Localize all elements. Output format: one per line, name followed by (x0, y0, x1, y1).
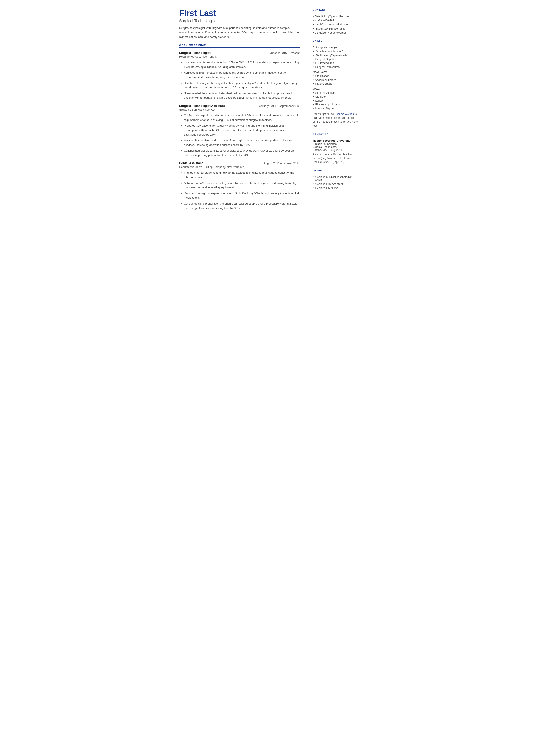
edu-location: Boston, MA — July 2011 (313, 149, 358, 152)
resume-worded-link[interactable]: Resume Worded (335, 113, 354, 116)
contact-item-1: +1-234-456-789 (313, 19, 358, 22)
bullet-2-3: Assisted in scrubbing and circulating 51… (184, 138, 300, 147)
skill-hard-1: Vascular Surgery (313, 78, 358, 81)
edu-field: Surgical Technology (313, 146, 358, 149)
tool-4: Medical Stapler (313, 107, 358, 110)
edu-awards: Awards: Resume Worded Teaching Fellow (o… (313, 153, 358, 164)
other-item-0: Certified Surgical Technologist (ARRT) (313, 176, 358, 182)
job-dates-2: February 2014 – September 2016 (258, 104, 299, 107)
tool-3: Electrosurgical Laser (313, 103, 358, 106)
industry-knowledge-list: Anesthesia (Advanced) Sterilization (Exp… (313, 50, 358, 69)
bullet-1-3: Boosted efficiency of the surgical techn… (184, 81, 300, 90)
candidate-summary: Surgical technologist with 10 years of e… (179, 26, 300, 39)
bullet-1-2: Achieved a 60% increase in patient safet… (184, 71, 300, 80)
candidate-title: Surgical Technologist (179, 19, 300, 23)
tools-list: Surgical Vaccum Sterilizer Lancet Electr… (313, 91, 358, 110)
job-title-2: Surgical Technologist Assistant (179, 104, 225, 107)
candidate-name: First Last (179, 9, 300, 18)
job-dates-1: October 2016 – Present (270, 51, 299, 55)
skill-industry-1: Sterilization (Experienced) (313, 54, 358, 57)
job-bullets-3: Trained 6 dental students and new dental… (179, 171, 300, 210)
job-header-3: Dental Assistant August 2011 – January 2… (179, 161, 300, 165)
contact-item-4: github.com/resumeworded (313, 31, 358, 34)
bullet-3-1: Trained 6 dental students and new dental… (184, 171, 300, 180)
other-item-1: Certified First Assistant (313, 182, 358, 185)
tool-1: Sterilizer (313, 95, 358, 98)
job-header-2: Surgical Technologist Assistant February… (179, 104, 300, 107)
hard-skills-list: Sterilization Vascular Surgery Patient S… (313, 74, 358, 85)
skill-hard-0: Sterilization (313, 74, 358, 78)
contact-item-2: email@resumeworded.com (313, 23, 358, 26)
education-section-title: EDUCATION (313, 133, 358, 136)
bullet-2-4: Collaborated closely with 12 other assis… (184, 149, 300, 157)
tools-label: Tools: (313, 87, 358, 90)
skill-industry-3: OR Procedures (313, 62, 358, 65)
job-bullets-1: Improved hospital survival rate from 15%… (179, 60, 300, 100)
tool-0: Surgical Vaccum (313, 91, 358, 95)
contact-item-0: Detroit, MI (Open to Remote) (313, 15, 358, 18)
skills-section-title: SKILLS (313, 40, 358, 43)
skills-section: Industry Knowledge: Anesthesia (Advanced… (313, 46, 358, 127)
other-item-2: Certified OR Nurse (313, 187, 358, 190)
edu-degree: Bachelor of Science (313, 142, 358, 146)
resume-worded-note: Don't forget to use Resume Worded to sca… (313, 112, 358, 127)
job-dates-3: August 2011 – January 2014 (264, 162, 299, 165)
bullet-2-2: Prepared 35+ patients for surgery weekly… (184, 124, 300, 137)
skill-industry-4: Surgical Procedures (313, 66, 358, 69)
job-header-1: Surgical Technologist October 2016 – Pre… (179, 51, 300, 55)
bullet-2-1: Configured surgical operating equipment … (184, 113, 300, 123)
job-company-1: Resume Worded, New York, NY (179, 55, 300, 58)
other-section-title: OTHER (313, 169, 358, 173)
bullet-1-1: Improved hospital survival rate from 15%… (184, 60, 300, 70)
industry-knowledge-label: Industry Knowledge: (313, 46, 358, 49)
hard-skills-label: Hard Skills: (313, 70, 358, 73)
skill-hard-2: Patient Satefy (313, 82, 358, 85)
contact-section-title: CONTACT (313, 9, 358, 12)
job-bullets-2: Configured surgical operating equipment … (179, 113, 300, 157)
work-experience-section: Surgical Technologist October 2016 – Pre… (179, 51, 300, 210)
note-prefix: Don't forget to use (313, 113, 335, 116)
job-company-3: Resume Worded's Exciting Company, New Yo… (179, 165, 300, 169)
education-section: Resume Worded University Bachelor of Sci… (313, 139, 358, 164)
tool-2: Lancet (313, 99, 358, 102)
bullet-3-4: Conducted clinic preparations to ensure … (184, 202, 300, 210)
other-list: Certified Surgical Technologist (ARRT) C… (313, 176, 358, 190)
contact-item-3: linkedin.com/in/username (313, 27, 358, 30)
bullet-1-4: Spearheaded the adoption of standardized… (184, 91, 300, 100)
work-experience-section-title: WORK EXPERIENCE (179, 44, 300, 48)
skill-industry-0: Anesthesia (Advanced) (313, 50, 358, 53)
bullet-3-3: Reduced oversight of expired items in CR… (184, 191, 300, 200)
contact-list: Detroit, MI (Open to Remote) +1-234-456-… (313, 15, 358, 34)
edu-school: Resume Worded University (313, 139, 358, 142)
job-company-2: Growthsi, San Francisco, CA (179, 108, 300, 111)
job-title-1: Surgical Technologist (179, 51, 211, 55)
skill-industry-2: Surgical Supplies (313, 58, 358, 61)
job-title-3: Dental Assistant (179, 161, 203, 165)
bullet-3-2: Achieved a 34% increase in safety score … (184, 181, 300, 190)
